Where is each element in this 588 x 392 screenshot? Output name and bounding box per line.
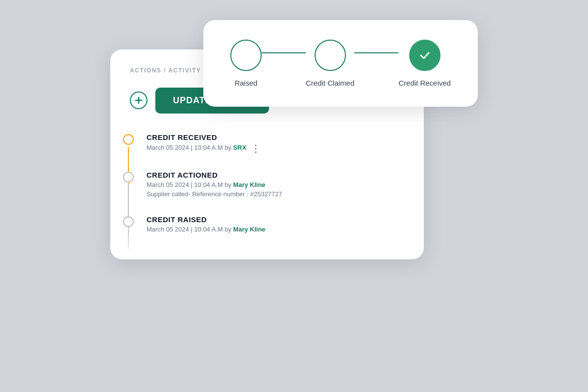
step-circle-raised <box>230 40 262 71</box>
timeline-content-2: CREDIT ACTIONED March 05 2024 | 10:04 A.… <box>140 171 404 198</box>
event-meta-1: March 05 2024 | 10:04 A.M by SRX ⋮ <box>147 143 404 153</box>
event-title-credit-received: CREDIT RECEIVED <box>147 133 404 141</box>
timeline-item-credit-received: CREDIT RECEIVED March 05 2024 | 10:04 A.… <box>140 133 404 153</box>
timeline-line-gray-2 <box>128 229 129 249</box>
timeline-dot-wrap-3 <box>123 216 134 249</box>
step-label-credit-claimed: Credit Claimed <box>306 79 354 87</box>
more-options-icon-1[interactable]: ⋮ <box>251 143 261 153</box>
timeline: CREDIT RECEIVED March 05 2024 | 10:04 A.… <box>130 133 404 233</box>
event-author-3[interactable]: Mary Kline <box>233 226 266 233</box>
check-icon <box>418 48 432 62</box>
event-author-2[interactable]: Mary Kline <box>233 181 266 188</box>
status-progress-card: Raised Credit Claimed Credit Received <box>203 20 478 107</box>
event-date-3: March 05 2024 | 10:04 A.M by <box>147 226 231 233</box>
timeline-content-3: CREDIT RAISED March 05 2024 | 10:04 A.M … <box>140 215 404 233</box>
status-steps: Raised Credit Claimed Credit Received <box>228 40 453 87</box>
step-raised: Raised <box>230 40 262 87</box>
step-connector-1 <box>262 52 306 54</box>
step-credit-claimed: Credit Claimed <box>306 40 354 87</box>
event-meta-3: March 05 2024 | 10:04 A.M by Mary Kline <box>147 226 404 233</box>
timeline-item-credit-raised: CREDIT RAISED March 05 2024 | 10:04 A.M … <box>140 215 404 233</box>
event-note-2: Supplier called- Reference number : #253… <box>147 190 404 198</box>
timeline-item-credit-actioned: CREDIT ACTIONED March 05 2024 | 10:04 A.… <box>140 171 404 198</box>
event-title-credit-raised: CREDIT RAISED <box>147 215 404 224</box>
step-label-raised: Raised <box>235 79 258 87</box>
timeline-dot-gray-2 <box>123 216 134 227</box>
timeline-dot-gray-1 <box>123 172 134 183</box>
add-icon-circle[interactable] <box>130 92 147 109</box>
step-credit-received: Credit Received <box>398 40 451 87</box>
step-circle-credit-received <box>409 40 441 71</box>
event-meta-2: March 05 2024 | 10:04 A.M by Mary Kline <box>147 181 404 188</box>
timeline-content-1: CREDIT RECEIVED March 05 2024 | 10:04 A.… <box>140 133 404 153</box>
step-label-credit-received: Credit Received <box>398 79 451 87</box>
event-date-1: March 05 2024 | 10:04 A.M by <box>147 144 231 151</box>
plus-icon <box>134 96 143 105</box>
event-author-1[interactable]: SRX <box>233 144 246 151</box>
event-title-credit-actioned: CREDIT ACTIONED <box>147 171 404 179</box>
step-circle-credit-claimed <box>315 40 346 71</box>
event-date-2: March 05 2024 | 10:04 A.M by <box>147 181 231 188</box>
step-connector-2 <box>354 52 398 54</box>
timeline-dot-yellow <box>123 134 134 145</box>
